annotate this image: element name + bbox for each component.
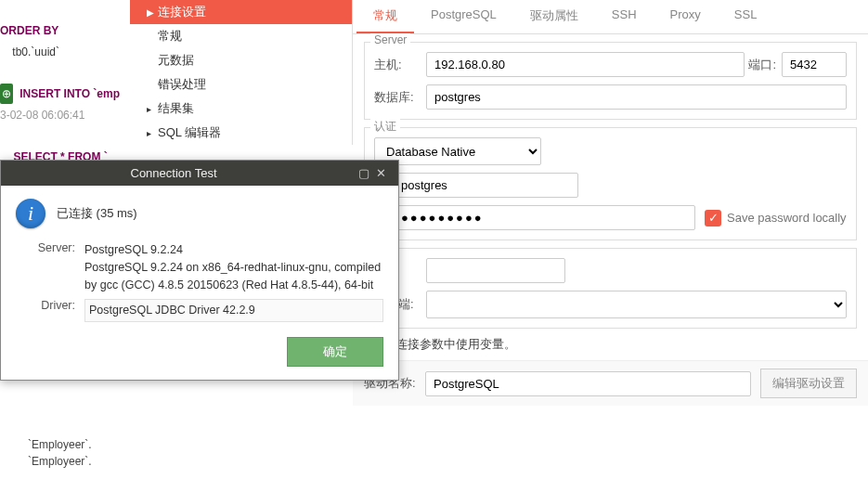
driver-name-input[interactable] xyxy=(425,371,751,396)
ok-button[interactable]: 确定 xyxy=(287,337,383,367)
tree-item-general[interactable]: 常规 xyxy=(130,24,352,48)
server-legend: Server xyxy=(370,33,410,46)
role-input[interactable] xyxy=(426,258,565,283)
auth-fieldset: 认证 Database Native 3: ✓ Save password lo… xyxy=(364,127,857,240)
username-input[interactable] xyxy=(393,173,578,198)
sql-editor-bottom-fragment: `Employeer`. `Employeer`. xyxy=(28,436,92,470)
tree-item-label: 连接设置 xyxy=(158,4,206,20)
auth-mode-select[interactable]: Database Native xyxy=(374,137,541,165)
settings-tree: ▶ 连接设置 常规 元数据 错误处理 ▸ 结果集 ▸ SQL 编辑器 xyxy=(130,0,353,145)
tree-item-connection-settings[interactable]: ▶ 连接设置 xyxy=(130,0,352,24)
save-password-checkbox[interactable]: ✓ xyxy=(705,210,721,227)
driver-row: 驱动名称: 编辑驱动设置 xyxy=(353,360,868,406)
tree-item-label: SQL 编辑器 xyxy=(158,124,221,141)
chevron-right-icon: ▸ xyxy=(147,104,154,114)
variables-hint: 以在连接参数中使用变量。 xyxy=(371,336,849,353)
tree-item-label: 结果集 xyxy=(158,100,194,117)
tab-postgresql[interactable]: PostgreSQL xyxy=(414,0,513,33)
port-label: 端口: xyxy=(745,57,782,73)
host-label: 主机: xyxy=(374,57,426,73)
server-value: PostgreSQL 9.2.24 PostgreSQL 9.2.24 on x… xyxy=(84,241,383,293)
connection-panel: 常规 PostgreSQL 驱动属性 SSH Proxy SSL Server … xyxy=(353,0,868,479)
expand-icon: ⊕ xyxy=(0,84,13,104)
tree-item-label: 元数据 xyxy=(158,52,194,69)
chevron-right-icon: ▶ xyxy=(147,7,154,18)
tree-item-result-set[interactable]: ▸ 结果集 xyxy=(130,97,352,121)
server-key: Server: xyxy=(16,241,75,254)
tab-driver-props[interactable]: 驱动属性 xyxy=(513,0,595,33)
save-password-label: Save password locally xyxy=(727,211,847,225)
chevron-right-icon: ▸ xyxy=(147,128,154,138)
tab-proxy[interactable]: Proxy xyxy=(654,0,718,33)
connection-test-dialog: Connection Test ▢ ✕ i 已连接 (35 ms) Server… xyxy=(0,160,399,381)
client-select[interactable] xyxy=(426,291,847,318)
driver-value: PostgreSQL JDBC Driver 42.2.9 xyxy=(84,299,383,322)
dialog-title: Connection Test xyxy=(1,166,346,180)
tab-ssh[interactable]: SSH xyxy=(595,0,654,33)
dialog-titlebar[interactable]: Connection Test ▢ ✕ xyxy=(1,161,398,186)
maximize-icon[interactable]: ▢ xyxy=(356,166,372,180)
host-input[interactable] xyxy=(426,52,745,77)
auth-legend: 认证 xyxy=(370,119,400,135)
tab-ssl[interactable]: SSL xyxy=(718,0,774,33)
tab-general[interactable]: 常规 xyxy=(356,0,414,33)
database-label: 数据库: xyxy=(374,89,426,106)
driver-key: Driver: xyxy=(16,299,75,312)
password-input[interactable] xyxy=(393,205,695,230)
edit-driver-button[interactable]: 编辑驱动设置 xyxy=(760,369,857,398)
port-input[interactable] xyxy=(782,52,847,77)
tree-item-sql-editor[interactable]: ▸ SQL 编辑器 xyxy=(130,121,352,145)
info-icon: i xyxy=(16,199,45,228)
server-fieldset: Server 主机: 端口: 数据库: xyxy=(364,42,857,120)
dialog-body: i 已连接 (35 ms) Server: PostgreSQL 9.2.24 … xyxy=(1,186,398,331)
connection-status: 已连接 (35 ms) xyxy=(57,205,137,222)
tree-item-label: 常规 xyxy=(158,28,182,45)
close-icon[interactable]: ✕ xyxy=(372,166,389,180)
tree-item-label: 错误处理 xyxy=(158,76,206,93)
tree-item-error-handling[interactable]: 错误处理 xyxy=(130,72,352,97)
database-input[interactable] xyxy=(426,84,847,110)
tree-item-metadata[interactable]: 元数据 xyxy=(130,48,352,72)
tab-bar: 常规 PostgreSQL 驱动属性 SSH Proxy SSL xyxy=(353,0,868,34)
advanced-fieldset: ced role: 客户端: xyxy=(364,248,857,329)
